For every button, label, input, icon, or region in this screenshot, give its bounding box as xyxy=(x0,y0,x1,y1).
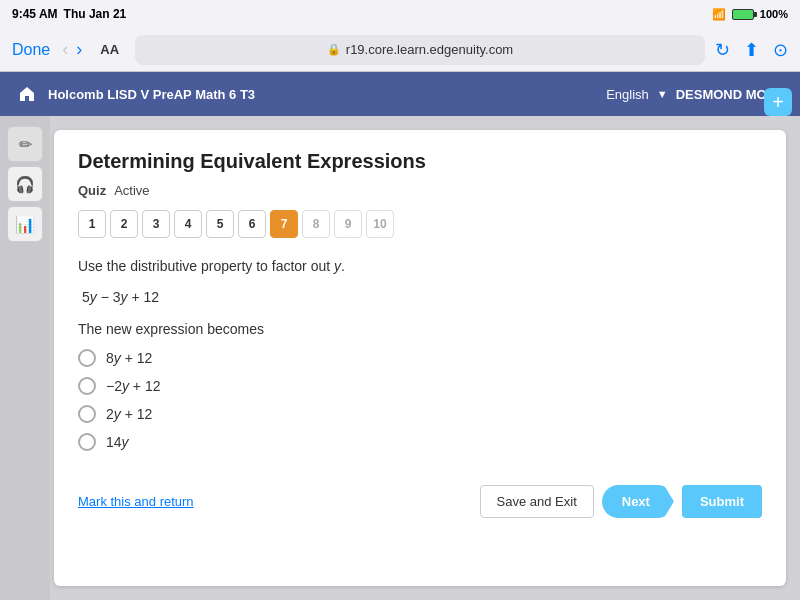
option-3[interactable]: 2y + 12 xyxy=(78,405,762,423)
question-num-5[interactable]: 5 xyxy=(206,210,234,238)
browser-bar: Done ‹ › AA 🔒 r19.core.learn.edgenuity.c… xyxy=(0,28,800,72)
action-buttons: Save and Exit Next Submit xyxy=(480,485,762,518)
language-selector[interactable]: English xyxy=(606,87,649,102)
bookmark-button[interactable]: ⊙ xyxy=(773,39,788,61)
main-content: ✏ 🎧 📊 Determining Equivalent Expressions… xyxy=(0,116,800,600)
option-1[interactable]: 8y + 12 xyxy=(78,349,762,367)
new-expression-label: The new expression becomes xyxy=(78,321,762,337)
url-text: r19.core.learn.edgenuity.com xyxy=(346,42,513,57)
nav-arrows: ‹ › xyxy=(60,39,84,60)
lock-icon: 🔒 xyxy=(327,43,341,56)
headphones-tool[interactable]: 🎧 xyxy=(7,166,43,202)
option-4-text: 14y xyxy=(106,434,129,450)
nav-title: Holcomb LISD V PreAP Math 6 T3 xyxy=(48,87,255,102)
question-num-7[interactable]: 7 xyxy=(270,210,298,238)
save-exit-button[interactable]: Save and Exit xyxy=(480,485,594,518)
radio-4[interactable] xyxy=(78,433,96,451)
refresh-button[interactable]: ↻ xyxy=(715,39,730,61)
question-num-3[interactable]: 3 xyxy=(142,210,170,238)
option-4[interactable]: 14y xyxy=(78,433,762,451)
time-display: 9:45 AM xyxy=(12,7,58,21)
nav-right: English ▼ DESMOND MOSS xyxy=(606,87,784,102)
question-text: Use the distributive property to factor … xyxy=(78,256,762,277)
next-button[interactable]: Next xyxy=(602,485,674,518)
language-dropdown-arrow[interactable]: ▼ xyxy=(657,88,668,100)
radio-1[interactable] xyxy=(78,349,96,367)
browser-actions: ↻ ⬆ ⊙ xyxy=(715,39,788,61)
expression: 5y − 3y + 12 xyxy=(78,289,762,305)
pencil-tool[interactable]: ✏ xyxy=(7,126,43,162)
question-numbers: 1 2 3 4 5 6 7 8 9 10 xyxy=(78,210,762,238)
float-plus-button[interactable]: + xyxy=(764,88,792,116)
url-bar[interactable]: 🔒 r19.core.learn.edgenuity.com xyxy=(135,35,705,65)
home-icon[interactable] xyxy=(16,83,38,105)
radio-3[interactable] xyxy=(78,405,96,423)
battery-percent: 100% xyxy=(760,8,788,20)
question-num-4[interactable]: 4 xyxy=(174,210,202,238)
status-left: 9:45 AM Thu Jan 21 xyxy=(12,7,126,21)
option-2-text: −2y + 12 xyxy=(106,378,161,394)
option-1-text: 8y + 12 xyxy=(106,350,152,366)
question-num-1[interactable]: 1 xyxy=(78,210,106,238)
quiz-label: Quiz xyxy=(78,183,106,198)
back-arrow[interactable]: ‹ xyxy=(60,39,70,60)
date-display: Thu Jan 21 xyxy=(64,7,127,21)
bottom-actions: Mark this and return Save and Exit Next … xyxy=(78,475,762,518)
quiz-label-row: Quiz Active xyxy=(78,183,762,198)
nav-bar: Holcomb LISD V PreAP Math 6 T3 English ▼… xyxy=(0,72,800,116)
share-button[interactable]: ⬆ xyxy=(744,39,759,61)
answer-options: 8y + 12 −2y + 12 2y + 12 14y xyxy=(78,349,762,451)
question-num-9[interactable]: 9 xyxy=(334,210,362,238)
option-3-text: 2y + 12 xyxy=(106,406,152,422)
forward-arrow[interactable]: › xyxy=(74,39,84,60)
status-right: 📶 100% xyxy=(712,8,788,21)
question-num-10[interactable]: 10 xyxy=(366,210,394,238)
question-num-8[interactable]: 8 xyxy=(302,210,330,238)
quiz-panel: Determining Equivalent Expressions Quiz … xyxy=(54,130,786,586)
question-num-2[interactable]: 2 xyxy=(110,210,138,238)
mark-return-link[interactable]: Mark this and return xyxy=(78,494,194,509)
done-button[interactable]: Done xyxy=(12,41,50,59)
chart-tool[interactable]: 📊 xyxy=(7,206,43,242)
status-bar: 9:45 AM Thu Jan 21 📶 100% xyxy=(0,0,800,28)
battery-icon xyxy=(732,9,754,20)
nav-left: Holcomb LISD V PreAP Math 6 T3 xyxy=(16,83,255,105)
option-2[interactable]: −2y + 12 xyxy=(78,377,762,395)
radio-2[interactable] xyxy=(78,377,96,395)
submit-button[interactable]: Submit xyxy=(682,485,762,518)
question-num-6[interactable]: 6 xyxy=(238,210,266,238)
panel-title: Determining Equivalent Expressions xyxy=(78,150,762,173)
sidebar: ✏ 🎧 📊 xyxy=(0,116,50,600)
quiz-status: Active xyxy=(114,183,149,198)
wifi-icon: 📶 xyxy=(712,8,726,21)
font-size-button[interactable]: AA xyxy=(94,42,125,57)
